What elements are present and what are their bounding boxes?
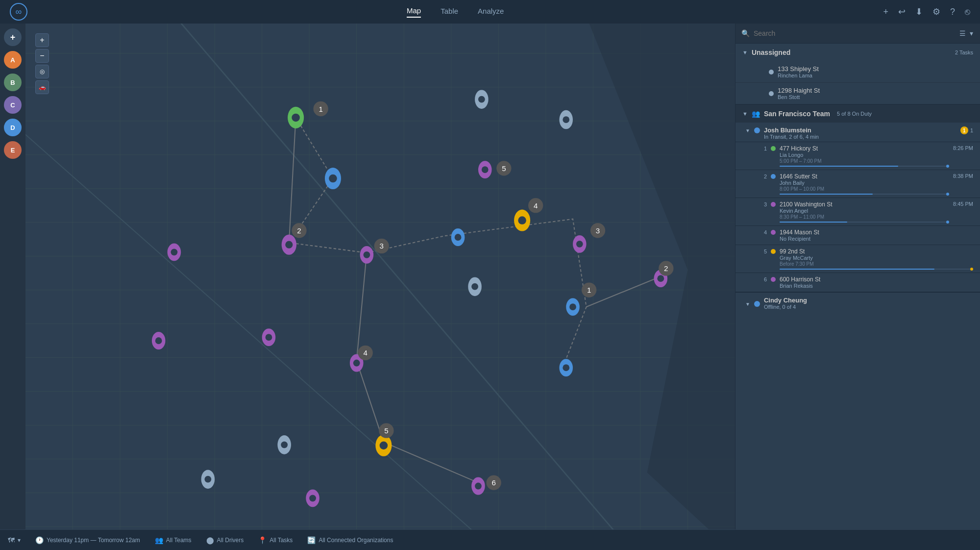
route-progress-5 <box>780 269 973 270</box>
route-progress-fill-1 <box>780 166 898 167</box>
right-panel: 🔍 ☰ ▾ ▼ Unassigned 2 Tasks 133 Shipley S… <box>735 24 980 529</box>
route-window-3: 8:30 PM – 11:00 PM <box>780 214 949 220</box>
main-content: + A B C D E + − ◎ 🚗 <box>0 24 980 529</box>
task-address-1: 133 Shipley St <box>778 65 973 73</box>
right-list: ▼ Unassigned 2 Tasks 133 Shipley St Rinc… <box>735 44 980 529</box>
left-sidebar: + A B C D E <box>0 24 25 529</box>
download-icon[interactable]: ⬇ <box>915 6 923 17</box>
zoom-in-button[interactable]: + <box>35 33 49 47</box>
svg-point-57 <box>364 251 370 258</box>
svg-point-33 <box>478 96 485 103</box>
bottom-orgs[interactable]: 🔄 All Connected Organizations <box>307 536 393 544</box>
route-progress-fill-5 <box>780 269 934 270</box>
task-dot-1 <box>769 70 774 75</box>
route-dot-5 <box>771 249 776 254</box>
route-addr-6: 600 Harrison St <box>780 276 973 283</box>
zoom-out-button[interactable]: − <box>35 49 49 63</box>
driver-josh-header[interactable]: ▼ Josh Blumstein In Transit, 2 of 6, 4 m… <box>735 123 980 142</box>
dropdown-icon[interactable]: ▾ <box>969 28 974 38</box>
bottom-tasks[interactable]: 📍 All Tasks <box>258 536 293 544</box>
tab-analyze[interactable]: Analyze <box>478 7 504 17</box>
svg-text:2: 2 <box>664 264 668 273</box>
bottom-drivers[interactable]: ⬤ All Drivers <box>206 536 244 544</box>
route-addr-4: 1944 Mason St <box>780 229 973 236</box>
drivers-icon: ⬤ <box>206 536 214 544</box>
route-num-4: 4 <box>760 229 767 235</box>
help-icon[interactable]: ? <box>950 7 955 17</box>
sf-team-name: San Francisco Team <box>764 110 830 118</box>
avatar-5[interactable]: E <box>4 141 22 159</box>
search-bar: 🔍 ☰ ▾ <box>735 24 980 44</box>
route-time-1: 8:26 PM <box>953 145 973 151</box>
cindy-dot <box>754 301 760 307</box>
tab-map[interactable]: Map <box>407 6 421 18</box>
task-dot-2 <box>769 91 774 96</box>
settings-icon[interactable]: ⚙ <box>932 6 940 17</box>
list-view-btn[interactable]: ☰ <box>958 28 967 38</box>
tab-table[interactable]: Table <box>441 7 458 17</box>
layers-button[interactable]: 🚗 <box>35 80 49 94</box>
task-person-1: Rinchen Lama <box>778 73 973 78</box>
route-time-3: 8:45 PM <box>953 201 973 207</box>
svg-point-53 <box>563 364 569 371</box>
svg-text:6: 6 <box>491 478 495 487</box>
svg-point-73 <box>266 334 272 341</box>
avatar-1[interactable]: A <box>4 51 22 69</box>
driver-cindy-header[interactable]: ▼ Cindy Cheung Offline, 0 of 4 <box>735 292 980 314</box>
add-icon[interactable]: + <box>883 7 888 17</box>
bottom-bar: 🗺 ▾ 🕐 Yesterday 11pm — Tomorrow 12am 👥 A… <box>0 529 980 550</box>
svg-text:3: 3 <box>380 242 384 250</box>
route-addr-1: 477 Hickory St <box>780 145 949 152</box>
svg-text:5: 5 <box>502 164 506 173</box>
svg-point-51 <box>569 303 576 310</box>
unassigned-task-count: 2 Tasks <box>955 50 973 55</box>
search-input[interactable] <box>754 29 955 37</box>
map-controls: + − ◎ 🚗 <box>35 33 49 94</box>
map-container[interactable]: + − ◎ 🚗 <box>25 24 735 529</box>
undo-icon[interactable]: ↩ <box>898 6 906 17</box>
route-num-3: 3 <box>760 201 767 207</box>
sf-team-header[interactable]: ▼ 👥 San Francisco Team 5 of 8 On Duty <box>735 104 980 123</box>
unassigned-task-1[interactable]: 133 Shipley St Rinchen Lama <box>735 61 980 83</box>
route-item-4[interactable]: 4 1944 Mason St No Recipient <box>735 226 980 245</box>
teams-label: All Teams <box>166 537 192 544</box>
route-item-6[interactable]: 6 600 Harrison St Brian Rekasis <box>735 273 980 292</box>
avatar-4[interactable]: D <box>4 119 22 136</box>
add-avatar-btn[interactable]: + <box>4 28 22 46</box>
avatar-3[interactable]: C <box>4 96 22 114</box>
route-window-5: Before 7:30 PM <box>780 261 973 267</box>
map-ctrl-icon: 🗺 <box>8 536 15 544</box>
map-svg: 1 3 <box>25 24 735 529</box>
tasks-label: All Tasks <box>270 537 293 544</box>
route-num-6: 6 <box>760 276 767 282</box>
app-logo[interactable]: ∞ <box>10 3 27 21</box>
route-item-3[interactable]: 3 2100 Washington St Kevin Angel 8:30 PM… <box>735 198 980 226</box>
route-item-2[interactable]: 2 1646 Sutter St John Baily 8:00 PM – 10… <box>735 170 980 198</box>
bottom-time[interactable]: 🕐 Yesterday 11pm — Tomorrow 12am <box>35 536 140 544</box>
svg-text:1: 1 <box>318 105 322 113</box>
svg-point-75 <box>309 495 316 501</box>
route-progress-2 <box>780 194 949 195</box>
bottom-teams[interactable]: 👥 All Teams <box>155 536 192 544</box>
bottom-map-label: ▾ <box>18 537 21 544</box>
unassigned-section-header[interactable]: ▼ Unassigned 2 Tasks <box>735 44 980 61</box>
svg-point-83 <box>482 166 489 173</box>
route-item-5[interactable]: 5 99 2nd St Gray McCarty Before 7:30 PM <box>735 245 980 273</box>
locate-button[interactable]: ◎ <box>35 65 49 78</box>
avatar-2[interactable]: B <box>4 74 22 91</box>
team-icon: 👥 <box>752 110 760 118</box>
unassigned-task-2[interactable]: 1298 Haight St Ben Stott <box>735 83 980 104</box>
route-addr-2: 1646 Sutter St <box>780 173 949 180</box>
time-range-label: Yesterday 11pm — Tomorrow 12am <box>47 537 140 544</box>
svg-point-63 <box>353 360 360 367</box>
svg-point-41 <box>204 476 211 483</box>
nav-tabs: Map Table Analyze <box>407 6 504 18</box>
svg-point-55 <box>285 241 293 249</box>
route-item-1[interactable]: 1 477 Hickory St Lia Longo 5:00 PM – 7:0… <box>735 142 980 170</box>
cindy-status: Offline, 0 of 4 <box>764 304 973 310</box>
route-addr-3: 2100 Washington St <box>780 201 949 208</box>
svg-point-87 <box>518 216 526 225</box>
bottom-map-ctrl[interactable]: 🗺 ▾ <box>8 536 21 544</box>
exit-icon[interactable]: ⎋ <box>965 7 970 17</box>
route-num-5: 5 <box>760 249 767 254</box>
